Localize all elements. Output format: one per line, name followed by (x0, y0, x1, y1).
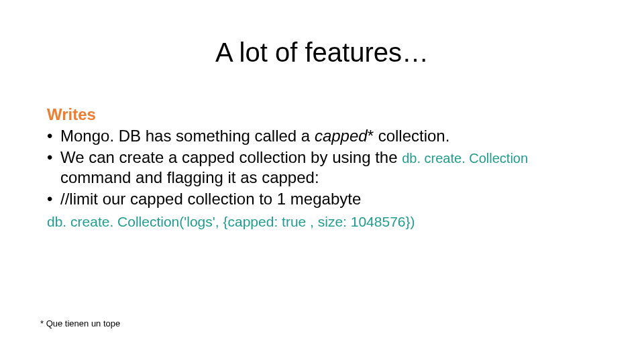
bullet-3: //limit our capped collection to 1 megab… (47, 189, 597, 209)
bullet-1: Mongo. DB has something called a capped*… (47, 126, 597, 146)
bullet-1-pre: Mongo. DB has something called a (60, 127, 315, 145)
bullet-2-line2: command and flagging it as capped: (60, 168, 597, 188)
bullet-3-text: //limit our capped collection to 1 megab… (60, 190, 361, 208)
bullet-1-post: collection. (374, 127, 449, 145)
bullet-2-pre: We can create a capped collection by usi… (60, 148, 402, 166)
footnote: * Que tienen un tope (40, 318, 120, 328)
slide-title: A lot of features… (0, 38, 644, 68)
code-line: db. create. Collection('logs', {capped: … (47, 213, 597, 231)
bullet-2: We can create a capped collection by usi… (47, 147, 597, 188)
bullet-2-code: db. create. Collection (402, 151, 528, 166)
bullet-1-star: * (368, 127, 374, 145)
section-heading: Writes (47, 105, 597, 125)
slide: A lot of features… Writes Mongo. DB has … (0, 0, 644, 362)
bullet-1-em: capped (315, 127, 368, 145)
slide-body: Writes Mongo. DB has something called a … (47, 105, 597, 231)
